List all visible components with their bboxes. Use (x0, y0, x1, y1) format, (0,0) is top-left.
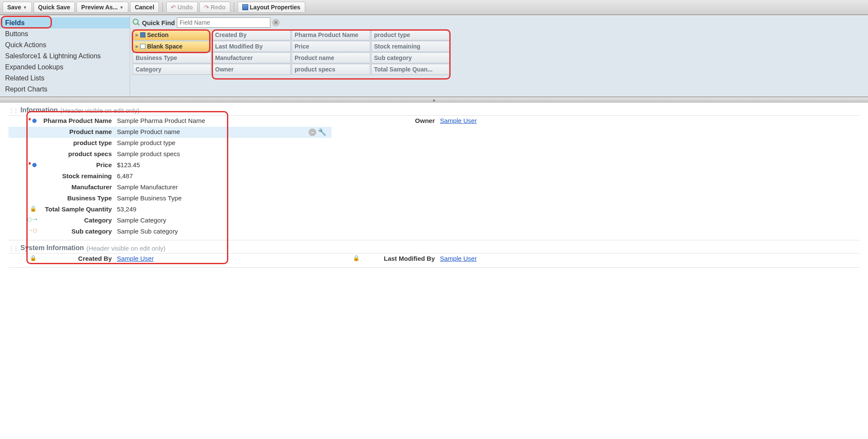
field-row[interactable]: *Price$123.45 (9, 160, 332, 171)
palette-chip[interactable]: Category (133, 64, 211, 75)
required-icon: * (28, 161, 31, 169)
sidebar-item-quick-actions[interactable]: Quick Actions (0, 40, 130, 51)
controlling-field-icon: ▢→• (27, 217, 37, 222)
field-label: Category (38, 217, 117, 224)
field-indicators: ▢→• (10, 217, 38, 222)
toolbar-separator (162, 2, 163, 12)
cancel-button[interactable]: Cancel (130, 2, 159, 13)
quick-find-input[interactable] (177, 17, 270, 28)
grip-icon: ⋮⋮ (9, 107, 18, 114)
sidebar-item-expanded-lookups[interactable]: Expanded Lookups (0, 62, 130, 73)
field-label: Stock remaining (38, 172, 117, 180)
layout-properties-button[interactable]: Layout Properties (238, 2, 305, 13)
required-icon: * (28, 117, 31, 125)
grip-icon: ⋮⋮ (9, 245, 18, 251)
palette-chip[interactable]: Business Type (133, 52, 211, 63)
field-label: product specs (38, 150, 117, 158)
field-row[interactable]: OwnerSample User (332, 116, 859, 127)
palette-chip[interactable]: Owner (212, 64, 291, 75)
sidebar-item-fields[interactable]: Fields (0, 17, 130, 29)
field-indicators: →▢ (10, 228, 38, 233)
field-row[interactable]: ManufacturerSample Manufacturer (9, 182, 332, 193)
sidebar-item-report-charts[interactable]: Report Charts (0, 84, 130, 95)
field-label: Owner (361, 117, 440, 125)
layout-canvas: ⋮⋮ Information (Header visible on edit o… (0, 103, 868, 279)
always-on-layout-icon (32, 163, 37, 167)
undo-button[interactable]: ↶Undo (166, 2, 198, 13)
field-row[interactable]: product typeSample product type (9, 138, 332, 149)
palette-chip[interactable]: Total Sample Quan... (371, 64, 450, 75)
redo-button[interactable]: ↷Redo (199, 2, 230, 13)
remove-icon[interactable]: – (309, 128, 316, 136)
save-button[interactable]: Save▼ (3, 2, 32, 13)
sidebar-item-sf1-lightning[interactable]: Salesforce1 & Lightning Actions (0, 51, 130, 62)
palette-chip[interactable]: product type (371, 29, 450, 40)
palette-chip-section[interactable]: ▶Section (133, 29, 211, 40)
field-row[interactable]: product specsSample product specs (9, 149, 332, 160)
palette-chip[interactable]: Last Modified By (212, 41, 291, 52)
section-icon (140, 32, 145, 37)
blank-space-icon (140, 44, 145, 49)
palette-area: Fields Buttons Quick Actions Salesforce1… (0, 15, 868, 97)
field-row[interactable]: Business TypeSample Business Type (9, 193, 332, 204)
quick-save-button[interactable]: Quick Save (34, 2, 75, 13)
layout-icon (242, 4, 248, 10)
toolbar: Save▼ Quick Save Preview As...▼ Cancel ↶… (0, 0, 868, 15)
field-value: Sample product type (117, 139, 330, 146)
field-row[interactable]: 🔒 Last Modified By Sample User (332, 254, 859, 265)
field-label: Price (38, 161, 117, 169)
palette-chip[interactable]: Pharma Product Name (292, 29, 370, 40)
info-left-column: *Pharma Product NameSample Pharma Produc… (9, 116, 332, 237)
field-row[interactable]: →▢Sub categorySample Sub category (9, 226, 332, 237)
user-link[interactable]: Sample User (440, 117, 477, 124)
field-value: Sample Sub category (117, 228, 330, 235)
palette-chip[interactable]: Created By (212, 29, 291, 40)
field-value: Sample User (440, 255, 858, 262)
collapse-handle[interactable]: ▲ (0, 97, 868, 103)
field-label: Created By (38, 255, 117, 262)
user-link[interactable]: Sample User (440, 255, 477, 262)
section-header-information[interactable]: ⋮⋮ Information (Header visible on edit o… (9, 105, 859, 116)
field-value: Sample Pharma Product Name (117, 117, 330, 124)
undo-icon: ↶ (171, 4, 176, 11)
palette-chip[interactable]: Price (292, 41, 370, 52)
field-row[interactable]: *Pharma Product NameSample Pharma Produc… (9, 116, 332, 127)
field-row[interactable]: 🔒 Created By Sample User (9, 254, 332, 265)
field-tools: –🔧 (309, 128, 330, 136)
user-link[interactable]: Sample User (117, 255, 154, 262)
section-subtitle: (Header visible on edit only) (60, 107, 139, 114)
lock-icon: 🔒 (30, 255, 37, 261)
field-label: Manufacturer (38, 183, 117, 191)
sidebar-item-related-lists[interactable]: Related Lists (0, 73, 130, 84)
field-row[interactable]: 🔒Total Sample Quantity53,249 (9, 204, 332, 215)
section-header-system-info[interactable]: ⋮⋮ System Information (Header visible on… (9, 243, 859, 254)
redo-icon: ↷ (204, 4, 209, 11)
preview-as-button[interactable]: Preview As...▼ (77, 2, 128, 13)
field-row[interactable]: Product nameSample Product name–🔧 (9, 127, 332, 138)
field-row[interactable]: ▢→•CategorySample Category (9, 215, 332, 226)
palette-chip[interactable]: Manufacturer (212, 52, 291, 63)
field-label: product type (38, 139, 117, 147)
sidebar-item-buttons[interactable]: Buttons (0, 29, 130, 40)
palette-chip[interactable]: product specs (292, 64, 370, 75)
section-subtitle: (Header visible on edit only) (86, 245, 165, 252)
field-label: Sub category (38, 228, 117, 235)
field-label: Last Modified By (361, 255, 440, 262)
palette-chip[interactable]: Stock remaining (371, 41, 450, 52)
dependent-field-icon: →▢ (28, 228, 37, 233)
clear-icon[interactable]: ✕ (272, 19, 280, 26)
field-value: 53,249 (117, 205, 330, 213)
field-value: Sample User (440, 117, 858, 124)
field-label: Product name (38, 128, 117, 136)
field-row[interactable]: Stock remaining6,487 (9, 171, 332, 182)
sidebar: Fields Buttons Quick Actions Salesforce1… (0, 16, 130, 97)
palette-chip[interactable]: Sub category (371, 52, 450, 63)
field-label: Total Sample Quantity (38, 205, 117, 213)
field-palette: Quick Find ✕ ▶Section ▶Blank Space Busin… (130, 16, 868, 97)
palette-chip-blank-space[interactable]: ▶Blank Space (133, 41, 211, 52)
field-label: Pharma Product Name (38, 117, 117, 125)
wrench-icon[interactable]: 🔧 (318, 128, 326, 136)
field-value: Sample Business Type (117, 194, 330, 202)
palette-chip[interactable]: Product name (292, 52, 370, 63)
field-value: Sample Category (117, 217, 330, 224)
